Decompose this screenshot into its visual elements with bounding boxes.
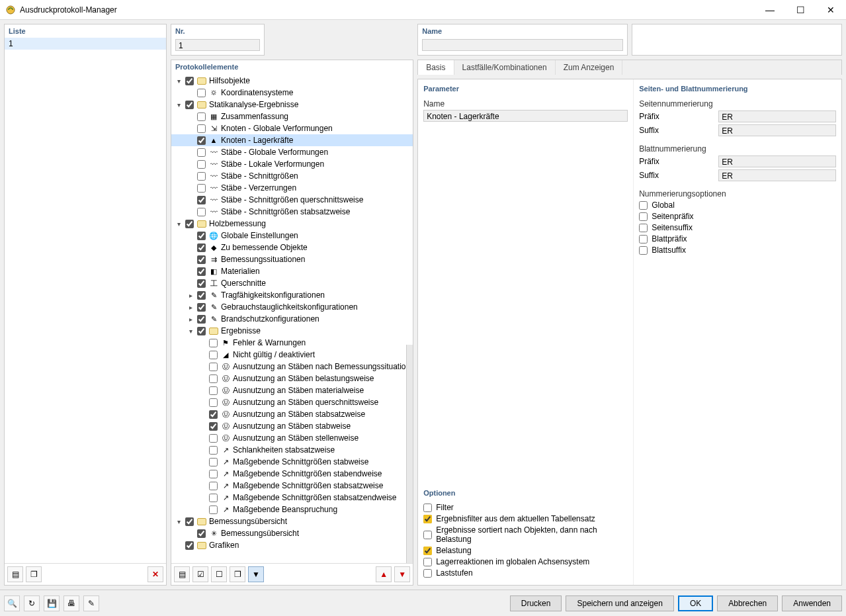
new-icon[interactable]: ▤ (7, 566, 23, 582)
tree-node[interactable]: ↗Maßgebende Schnittgrößen stabsatzendwei… (171, 492, 413, 504)
tree-node[interactable]: ⓊAusnutzung an Stäben querschnittsweise (171, 396, 413, 408)
tree-checkbox[interactable] (209, 446, 218, 455)
tab-anzeigen[interactable]: Zum Anzeigen (556, 60, 623, 75)
speichern-button[interactable]: Speichern und anzeigen (566, 595, 673, 611)
option-checkbox[interactable] (423, 504, 432, 512)
tree-node[interactable]: 〰Stäbe - Verzerrungen (171, 182, 413, 194)
tree-checkbox[interactable] (185, 541, 194, 550)
tree-node[interactable]: ⓊAusnutzung an Stäben stellenweise (171, 432, 413, 444)
tree-node[interactable]: ▸✎Gebrauchstauglichkeitskonfigurationen (171, 301, 413, 313)
option-checkbox[interactable] (423, 547, 432, 555)
tree-checkbox[interactable] (209, 494, 218, 502)
tree-checkbox[interactable] (185, 77, 194, 85)
tree-node[interactable]: ⇉Bemessungssituationen (171, 253, 413, 265)
tree-checkbox[interactable] (209, 470, 218, 478)
tree-node[interactable]: ⇲Knoten - Globale Verformungen (171, 122, 413, 134)
tree-node[interactable]: ⚑Fehler & Warnungen (171, 337, 413, 349)
scrollbar[interactable] (406, 345, 413, 563)
numopt-checkbox[interactable] (639, 246, 648, 255)
expand-icon[interactable]: ▾ (174, 101, 183, 109)
tree-node[interactable]: ▾Ergebnisse (171, 325, 413, 337)
tree-checkbox[interactable] (209, 410, 218, 419)
tree-node[interactable]: ↗Schlankheiten stabsatzweise (171, 444, 413, 456)
tab-basis[interactable]: Basis (418, 60, 454, 75)
anwenden-button[interactable]: Anwenden (782, 595, 842, 611)
tree-node[interactable]: ⓊAusnutzung an Stäben nach Bemessungssit… (171, 361, 413, 373)
tree-node[interactable]: ⓊAusnutzung an Stäben materialweise (171, 384, 413, 396)
tree-node[interactable]: ▦Zusammenfassung (171, 110, 413, 122)
tree-node[interactable]: ⓊAusnutzung an Stäben stabsatzweise (171, 408, 413, 420)
tree-node[interactable]: ◆Zu bemessende Objekte (171, 242, 413, 253)
tree-checkbox[interactable] (209, 434, 218, 443)
tree-checkbox[interactable] (185, 101, 194, 109)
tree-checkbox[interactable] (209, 506, 218, 514)
sheet-suffix-input[interactable]: ER (718, 169, 836, 181)
option-checkbox[interactable] (423, 558, 432, 566)
numopt-checkbox[interactable] (639, 212, 648, 221)
expand-icon[interactable]: ▾ (174, 518, 183, 525)
tree-node[interactable]: ⓊAusnutzung an Stäben stabweise (171, 420, 413, 432)
sheet-prefix-input[interactable]: ER (718, 155, 836, 167)
expand-icon[interactable]: ▾ (174, 77, 183, 85)
drucken-button[interactable]: Drucken (510, 595, 562, 611)
tree-checkbox[interactable] (197, 327, 206, 335)
expand-icon[interactable]: ▸ (186, 304, 195, 311)
tree-checkbox[interactable] (185, 220, 194, 228)
maximize-button[interactable]: ☐ (785, 0, 816, 20)
tree-node[interactable]: ◢Nicht gültig / deaktiviert (171, 349, 413, 361)
option-checkbox[interactable] (423, 569, 432, 578)
tree-checkbox[interactable] (197, 315, 206, 324)
tree-checkbox[interactable] (197, 279, 206, 288)
move-down-icon[interactable]: ▼ (394, 566, 410, 582)
tree-checkbox[interactable] (209, 351, 218, 359)
tree-checkbox[interactable] (209, 339, 218, 347)
tree-check-icon[interactable]: ☑ (192, 566, 208, 582)
tree-checkbox[interactable] (209, 398, 218, 407)
tree-node[interactable]: ▾Holzbemessung (171, 218, 413, 230)
minimize-button[interactable]: ― (755, 0, 785, 20)
ok-button[interactable]: OK (678, 595, 713, 611)
option-checkbox[interactable] (423, 531, 432, 539)
tree-checkbox[interactable] (197, 112, 206, 121)
tree-node[interactable]: ↗Maßgebende Schnittgrößen stabendweise (171, 468, 413, 480)
tree-checkbox[interactable] (197, 291, 206, 300)
tree-node[interactable]: 工Querschnitte (171, 277, 413, 289)
tree-copy-icon[interactable]: ❐ (230, 566, 245, 582)
translate-icon[interactable]: ✎ (83, 595, 99, 611)
tree-checkbox[interactable] (185, 517, 194, 526)
tree-checkbox[interactable] (209, 458, 218, 466)
tree-filter-icon[interactable]: ▼ (248, 566, 264, 582)
tree-checkbox[interactable] (197, 303, 206, 312)
tree-checkbox[interactable] (209, 482, 218, 490)
tree-node[interactable]: ↗Maßgebende Beanspruchung (171, 504, 413, 515)
reload-icon[interactable]: ↻ (24, 595, 40, 611)
tree-checkbox[interactable] (197, 267, 206, 276)
tree-checkbox[interactable] (197, 529, 206, 538)
tree-checkbox[interactable] (197, 160, 206, 169)
tree-node[interactable]: ▾Statikanalyse-Ergebnisse (171, 99, 413, 110)
close-button[interactable]: ✕ (816, 0, 846, 20)
tab-lastfaelle[interactable]: Lastfälle/Kombinationen (454, 60, 556, 75)
nr-input[interactable]: 1 (175, 39, 260, 51)
tree-checkbox[interactable] (197, 148, 206, 157)
tree-checkbox[interactable] (209, 363, 218, 371)
tree-node[interactable]: 〰Stäbe - Schnittgrößen stabsatzweise (171, 206, 413, 218)
option-checkbox[interactable] (423, 515, 432, 523)
tree-checkbox[interactable] (197, 184, 206, 193)
tree-uncheck-icon[interactable]: ☐ (211, 566, 227, 582)
tree-checkbox[interactable] (197, 124, 206, 133)
expand-icon[interactable]: ▾ (174, 220, 183, 228)
help-icon[interactable]: 🔍 (4, 595, 20, 611)
tree-node[interactable]: 〰Stäbe - Globale Verformungen (171, 146, 413, 158)
tree-checkbox[interactable] (197, 208, 206, 216)
liste-item[interactable]: 1 (5, 38, 166, 50)
print-icon[interactable]: 🖶 (63, 595, 79, 611)
tree-new-icon[interactable]: ▤ (174, 566, 190, 582)
tree-checkbox[interactable] (197, 232, 206, 240)
tree-checkbox[interactable] (209, 386, 218, 395)
tree-node[interactable]: ✳Bemessungsübersicht (171, 527, 413, 539)
tree[interactable]: ▾Hilfsobjekte⛭Koordinatensysteme▾Statika… (171, 73, 413, 563)
numopt-checkbox[interactable] (639, 235, 648, 243)
tree-node[interactable]: ▾Bemessungsübersicht (171, 515, 413, 527)
page-suffix-input[interactable]: ER (718, 124, 836, 136)
